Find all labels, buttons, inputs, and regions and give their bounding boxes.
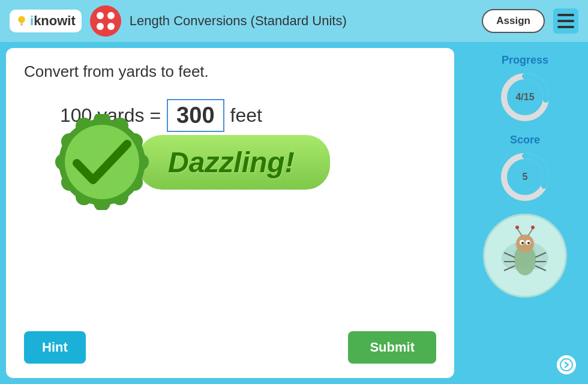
dot-4 xyxy=(107,23,115,30)
score-text: 5 xyxy=(523,172,528,182)
svg-rect-2 xyxy=(20,25,22,26)
svg-point-27 xyxy=(521,242,524,244)
dot-2 xyxy=(107,12,115,19)
svg-point-32 xyxy=(531,226,535,229)
svg-point-28 xyxy=(527,242,530,244)
dazzling-ribbon: Dazzling! xyxy=(138,135,330,190)
activity-icon xyxy=(90,5,121,37)
logo-text: iknowit xyxy=(30,13,76,29)
score-section: Score 5 xyxy=(498,134,552,204)
dots-grid xyxy=(97,12,115,30)
logo-bulb-icon xyxy=(16,15,28,27)
svg-rect-1 xyxy=(20,23,23,25)
progress-label: Progress xyxy=(502,54,548,67)
character-illustration xyxy=(483,214,567,298)
header: iknowit Length Conversions (Standard Uni… xyxy=(0,0,588,42)
menu-icon xyxy=(557,20,574,22)
progress-text: 4/15 xyxy=(515,92,534,103)
svg-point-30 xyxy=(515,226,519,229)
dazzling-text: Dazzling! xyxy=(168,146,295,178)
bottom-buttons: Hint Submit xyxy=(24,331,436,364)
svg-point-0 xyxy=(18,16,25,23)
dot-1 xyxy=(97,12,104,19)
dot-3 xyxy=(97,23,104,30)
svg-line-31 xyxy=(528,229,533,236)
menu-icon xyxy=(557,14,574,16)
activity-title: Length Conversions (Standard Units) xyxy=(130,13,474,29)
question-panel: Convert from yards to feet. 100 yards = … xyxy=(6,48,454,378)
flower-badge xyxy=(54,114,150,210)
panel-divider xyxy=(460,48,462,378)
character-icon xyxy=(486,217,564,295)
arrow-right-icon xyxy=(560,358,573,371)
svg-line-29 xyxy=(517,229,522,236)
right-panel: Progress 4/15 Score 5 xyxy=(468,48,582,378)
menu-button[interactable] xyxy=(553,8,578,34)
scallop-icon xyxy=(54,114,150,210)
progress-donut: 4/15 xyxy=(498,70,552,124)
menu-icon xyxy=(557,26,574,28)
assign-button[interactable]: Assign xyxy=(482,9,545,33)
logo: iknowit xyxy=(10,10,82,32)
hint-button[interactable]: Hint xyxy=(24,331,86,364)
svg-point-39 xyxy=(560,359,572,371)
question-text: Convert from yards to feet. xyxy=(24,62,436,81)
submit-button[interactable]: Submit xyxy=(348,331,436,364)
next-button[interactable] xyxy=(556,354,577,376)
progress-section: Progress 4/15 xyxy=(498,54,552,124)
score-donut: 5 xyxy=(498,150,552,204)
correct-overlay: Dazzling! xyxy=(54,114,330,210)
score-label: Score xyxy=(510,134,540,146)
svg-point-24 xyxy=(516,235,534,253)
main-content: Convert from yards to feet. 100 yards = … xyxy=(0,42,588,384)
